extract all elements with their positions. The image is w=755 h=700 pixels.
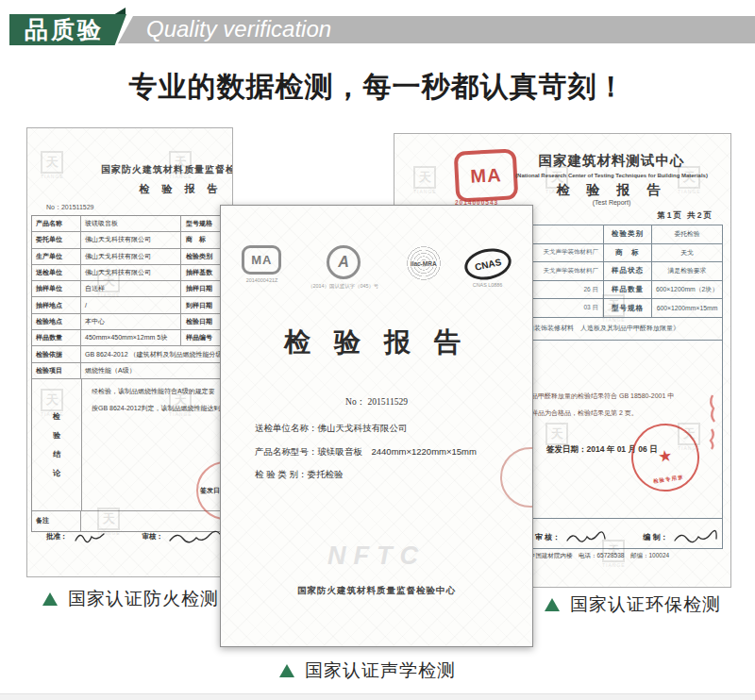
row-label: 检验地点	[32, 314, 81, 329]
conclusion-label-char: 验	[53, 430, 60, 441]
acoustic-report-title: 检 验 报 告	[221, 325, 532, 360]
cal-number: （2014）国认监认字（045）号	[308, 282, 378, 290]
cma-logo-icon: MA	[242, 245, 281, 275]
fire-table-row: 委托单位佛山天戈科技有限公司商 标	[32, 232, 230, 248]
row-value: GB 8624-2012 （建筑材料及制品燃烧性能分级）	[81, 346, 230, 361]
ribbon-fold-icon	[113, 8, 126, 15]
fire-conclusion-row: 检验结论 经检验，该制品燃烧性能符合A级的规定要 按GB 8624-2012判定…	[32, 379, 230, 511]
row-value: 600×1200mm×15mm	[652, 299, 722, 317]
watermark-brand: TIANGE	[602, 562, 626, 568]
tiange-watermark-icon: 天TIANGE	[413, 166, 437, 194]
acoustic-partial-stamp-icon	[500, 447, 533, 508]
fire-table-row: 检验地点本中心检验日期	[32, 314, 230, 330]
tiange-watermark-icon: 天TIANGE	[41, 151, 64, 179]
watermark-brand: TIANGE	[41, 174, 64, 179]
row-label: 产品名称	[32, 216, 81, 231]
accreditation-logos: MA 2014000421Z A （2014）国认监认字（045）号 ilac-…	[221, 245, 532, 291]
approver-signature	[73, 530, 107, 543]
triangle-icon	[279, 664, 294, 677]
caption-environment-certified: 国家认证环保检测	[545, 592, 721, 617]
triangle-icon	[42, 592, 58, 606]
fire-table-rows: 产品名称玻镁吸音板型号规格委托单位佛山天戈科技有限公司商 标生产单位佛山天戈科技…	[32, 216, 230, 379]
env-review-label: 审 核：	[535, 532, 560, 542]
fire-agency-name: 国家防火建筑材料质量监督检验中心	[101, 163, 233, 176]
fire-report-table: 产品名称玻镁吸音板型号规格委托单位佛山天戈科技有限公司商 标生产单位佛山天戈科技…	[31, 215, 231, 532]
fire-conclusion-line2: 按GB 8624-2012判定，该制品燃烧性能达到	[92, 404, 221, 413]
env-report-title: 检 验 报 告	[498, 182, 725, 199]
row-value: 玻镁吸音板	[81, 216, 181, 231]
row-label: 检验项目	[32, 363, 81, 378]
row-value: 燃烧性能（A级）	[81, 363, 230, 378]
fire-table-row: 生产单位佛山天戈科技有限公司检验类别	[32, 249, 230, 265]
env-agency-name: 国家建筑材料测试中心	[494, 152, 730, 170]
row-label: 样品状态	[604, 262, 652, 280]
row-label: 检验类别	[604, 225, 652, 243]
fire-table-row: 检验依据GB 8624-2012 （建筑材料及制品燃烧性能分级）	[32, 346, 230, 362]
fire-note-row: 备注	[32, 511, 230, 531]
certificate-acoustic-report: MA 2014000421Z A （2014）国认监认字（045）号 ilac-…	[220, 205, 533, 647]
env-reviewer-signature	[565, 530, 607, 544]
fire-table-row: 产品名称玻镁吸音板型号规格	[32, 216, 230, 232]
section-badge: 品质验证	[9, 14, 126, 45]
env-agency-name-en: (National Research Center of Testing Tec…	[498, 172, 724, 177]
watermark-char: 天	[413, 166, 436, 189]
row-label: 抽样地点	[32, 297, 81, 312]
row-label: 商 标	[604, 244, 652, 262]
section-subtitle: Quality verification	[118, 16, 755, 43]
caption-label: 国家认证声学检测	[305, 658, 456, 683]
fire-approve-label: 批准：	[46, 532, 68, 542]
caption-label: 国家认证防火检测	[68, 587, 219, 611]
cma-logo: MA 2014000421Z	[242, 245, 281, 283]
env-address-line: 管庄中国建材院内楼 电话：65728538 邮编：100024	[517, 552, 669, 560]
cnas-logo-icon: CNAS	[461, 244, 514, 284]
row-value: 天戈	[652, 244, 722, 262]
row-value: 佛山天戈科技有限公司	[81, 265, 181, 280]
watermark-brand: TIANGE	[413, 189, 437, 194]
row-label: 样品数量	[604, 281, 652, 299]
row-value: 450mm×450mm×12mm 5块	[81, 330, 181, 345]
acoustic-nftc-watermark: NFTC	[221, 542, 532, 571]
row-label: 生产单位	[32, 249, 81, 264]
cnas-logo: CNAS CNAS L0886	[464, 245, 512, 288]
row-label: 样品数量	[32, 330, 81, 345]
row-label: 抽样单位	[32, 281, 81, 296]
conclusion-label-char: 论	[53, 468, 60, 478]
row-value: /	[81, 297, 181, 312]
quality-verification-section: 品质验证 Quality verification 专业的数据检测，每一秒都认真…	[0, 0, 755, 700]
acoustic-agency-footer: 国家防火建筑材料质量监督检验中心	[221, 585, 532, 597]
fire-report-number: No：201511529	[46, 203, 93, 212]
fire-table-row: 检验项目燃烧性能（A级）	[32, 363, 230, 379]
stamp-star-icon: ★	[657, 445, 674, 467]
fire-signature-row: 批准： 审核：	[46, 529, 228, 544]
cma-number: 2014000421Z	[246, 277, 277, 282]
fire-table-row: 送检单位佛山天戈科技有限公司抽样基数	[32, 265, 230, 281]
ilac-logo: ilac-MRA	[406, 245, 442, 281]
section-headline: 专业的数据检测，每一秒都认真苛刻！	[0, 68, 755, 107]
env-conclusion-line1: 送检样品甲醛释放量的检验结果符合 GB 18580-2001 中	[512, 392, 674, 401]
watermark-char: 天	[41, 151, 63, 174]
fire-conclusion-body: 经检验，该制品燃烧性能符合A级的规定要 按GB 8624-2012判定，该制品燃…	[82, 379, 230, 510]
row-label: 送检单位	[32, 265, 81, 280]
acoustic-product-line: 产品名称型号：玻镁吸音板 2440mm×1220mm×15mm	[255, 446, 477, 458]
row-value: 满足检验要求	[652, 262, 722, 280]
section-divider	[0, 693, 755, 700]
row-value: 佛山天戈科技有限公司	[81, 232, 181, 247]
cal-logo: A （2014）国认监认字（045）号	[304, 245, 382, 291]
ilac-mra-logo-icon: ilac-MRA	[406, 245, 442, 281]
cnas-number: CNAS L0886	[473, 282, 503, 287]
conclusion-label-char: 检	[53, 411, 60, 422]
reviewer-signature	[168, 529, 225, 544]
env-compile-label: 编 制：	[643, 532, 667, 542]
ilac-label: ilac-MRA	[410, 260, 438, 267]
row-label: 检验依据	[32, 346, 81, 361]
acoustic-client-line: 送检单位名称：佛山天戈科技有限公司	[255, 423, 408, 435]
row-label: 型号规格	[604, 299, 652, 317]
stamp-text: 检验专用章	[636, 472, 700, 487]
row-value: 600×1200mm（2块）	[652, 281, 722, 299]
acoustic-category-line: 检 验 类 别：委托检验	[255, 469, 343, 481]
caption-label: 国家认证环保检测	[570, 592, 721, 617]
fire-review-label: 审核：	[143, 532, 164, 542]
env-edge-seal-marks	[706, 393, 719, 450]
row-value: 委托检验	[652, 225, 722, 243]
fire-conclusion-line1: 经检验，该制品燃烧性能符合A级的规定要	[92, 387, 215, 396]
